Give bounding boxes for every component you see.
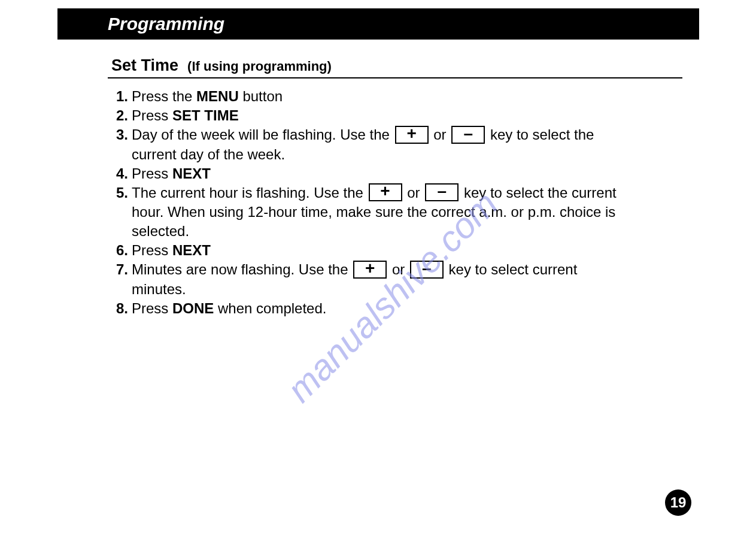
step-text: Press <box>132 107 172 123</box>
next-label: NEXT <box>172 242 211 258</box>
step-text: button <box>239 88 283 104</box>
page-number-badge: 19 <box>665 489 691 516</box>
plus-key-icon: + <box>353 261 387 279</box>
header-bar: Programming <box>57 8 699 40</box>
step-7: Minutes are now flashing. Use the + or –… <box>132 260 599 299</box>
step-text: Minutes are now flashing. Use the <box>132 261 352 277</box>
step-text: when completed. <box>214 300 326 316</box>
next-label: NEXT <box>172 165 211 182</box>
or-text: or <box>433 126 446 143</box>
section-title-row: Set Time (If using programming) <box>108 58 682 78</box>
plus-key-icon: + <box>395 126 429 144</box>
steps-list: Press the MENU button Press SET TIME Day… <box>108 87 682 318</box>
or-text: or <box>407 185 420 201</box>
page-number: 19 <box>670 494 687 510</box>
step-6: Press NEXT <box>132 241 682 260</box>
step-text: Day of the week will be flashing. Use th… <box>132 126 394 143</box>
header-title: Programming <box>108 14 224 34</box>
step-3: Day of the week will be flashing. Use th… <box>132 125 617 164</box>
step-text: Press <box>132 242 172 258</box>
step-1: Press the MENU button <box>132 87 682 106</box>
step-text: The current hour is flashing. Use the <box>132 185 368 201</box>
step-4: Press NEXT <box>132 164 682 183</box>
step-text: Press <box>132 300 172 316</box>
step-text: Press <box>132 165 172 182</box>
done-label: DONE <box>172 300 214 316</box>
step-5: The current hour is flashing. Use the + … <box>132 183 623 241</box>
settime-label: SET TIME <box>172 107 239 123</box>
step-8: Press DONE when completed. <box>132 299 682 318</box>
minus-key-icon: – <box>451 126 485 144</box>
minus-key-icon: – <box>410 261 444 279</box>
content-area: Set Time (If using programming) Press th… <box>108 58 682 318</box>
step-text: Press the <box>132 88 196 104</box>
or-text: or <box>392 261 405 277</box>
section-title: Set Time <box>111 56 178 74</box>
menu-label: MENU <box>196 88 239 104</box>
plus-key-icon: + <box>369 183 402 201</box>
section-subtitle: (If using programming) <box>187 59 332 74</box>
minus-key-icon: – <box>425 183 459 201</box>
step-2: Press SET TIME <box>132 106 682 125</box>
